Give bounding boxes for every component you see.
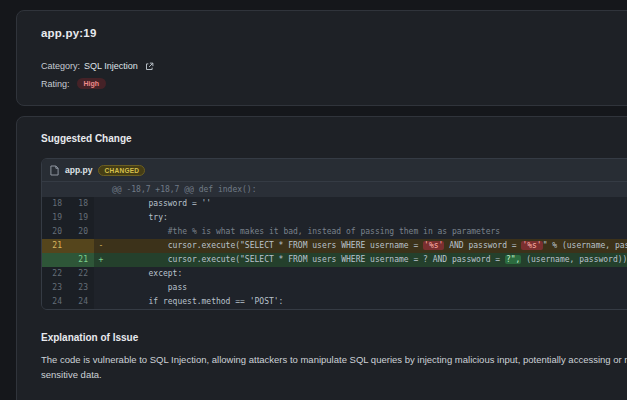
line-number-new: 22 <box>68 267 94 281</box>
line-number-new: 23 <box>68 281 94 295</box>
diff-line: 1919 try: <box>42 211 627 225</box>
line-number-new: 21 <box>68 253 94 267</box>
diff-sign <box>94 295 108 309</box>
diff-line: 2424 if request.method == 'POST': <box>42 295 627 309</box>
code-content: pass <box>108 281 627 295</box>
file-icon <box>50 165 59 176</box>
code-content: cursor.execute("SELECT * FROM users WHER… <box>108 253 627 267</box>
line-number-old: 23 <box>42 281 68 295</box>
line-number-old: 22 <box>42 267 68 281</box>
diff-sign <box>94 267 108 281</box>
changed-badge: CHANGED <box>98 165 145 176</box>
file-name: app.py <box>65 165 92 175</box>
line-number-new: 24 <box>68 295 94 309</box>
rating-row: Rating: High <box>41 78 627 89</box>
finding-card: app.py:19 Category: SQL Injection Rating… <box>16 10 627 106</box>
line-number-old: 21 <box>42 239 68 253</box>
line-number-new: 20 <box>68 225 94 239</box>
line-number-old <box>42 253 68 267</box>
diff-sign: + <box>94 253 108 267</box>
hunk-header: @@ -18,7 +18,7 @@ def index(): <box>42 182 627 197</box>
line-number-new: 19 <box>68 211 94 225</box>
diff-line: 1818 password = '' <box>42 197 627 211</box>
diff-line: 2020 #the % is what makes it bad, instea… <box>42 225 627 239</box>
category-row: Category: SQL Injection <box>41 61 627 71</box>
diff-sign: - <box>94 239 108 253</box>
line-number-old: 19 <box>42 211 68 225</box>
category-label: Category: <box>41 61 80 71</box>
explanation-body: The code is vulnerable to SQL Injection,… <box>41 353 627 382</box>
finding-title: app.py:19 <box>41 27 627 39</box>
explanation-title: Explanation of Issue <box>41 332 627 343</box>
line-number-new <box>68 239 94 253</box>
external-link-icon[interactable] <box>145 62 154 71</box>
diff-line: 21+ cursor.execute("SELECT * FROM users … <box>42 253 627 267</box>
code-content: password = '' <box>108 197 627 211</box>
diff-lines: 1818 password = ''1919 try:2020 #the % i… <box>42 197 627 309</box>
diff-line: 21- cursor.execute("SELECT * FROM users … <box>42 239 627 253</box>
rating-badge: High <box>77 78 107 89</box>
category-value: SQL Injection <box>84 61 138 71</box>
diff-sign <box>94 211 108 225</box>
rating-label: Rating: <box>41 79 70 89</box>
line-number-old: 20 <box>42 225 68 239</box>
line-number-old: 18 <box>42 197 68 211</box>
diff-sign <box>94 225 108 239</box>
code-content: except: <box>108 267 627 281</box>
suggested-change-card: Suggested Change app.py CHANGED @@ -18,7… <box>16 116 627 400</box>
diff-line: 2323 pass <box>42 281 627 295</box>
diff-file-header: app.py CHANGED <box>42 159 627 182</box>
diff-line: 2222 except: <box>42 267 627 281</box>
code-content: if request.method == 'POST': <box>108 295 627 309</box>
code-content: cursor.execute("SELECT * FROM users WHER… <box>108 239 627 253</box>
code-content: try: <box>108 211 627 225</box>
code-content: #the % is what makes it bad, instead of … <box>108 225 627 239</box>
suggested-change-title: Suggested Change <box>41 133 627 144</box>
diff-sign <box>94 281 108 295</box>
line-number-old: 24 <box>42 295 68 309</box>
diff-viewer: app.py CHANGED @@ -18,7 +18,7 @@ def ind… <box>41 158 627 310</box>
diff-sign <box>94 197 108 211</box>
page: app.py:19 Category: SQL Injection Rating… <box>0 0 627 400</box>
line-number-new: 18 <box>68 197 94 211</box>
